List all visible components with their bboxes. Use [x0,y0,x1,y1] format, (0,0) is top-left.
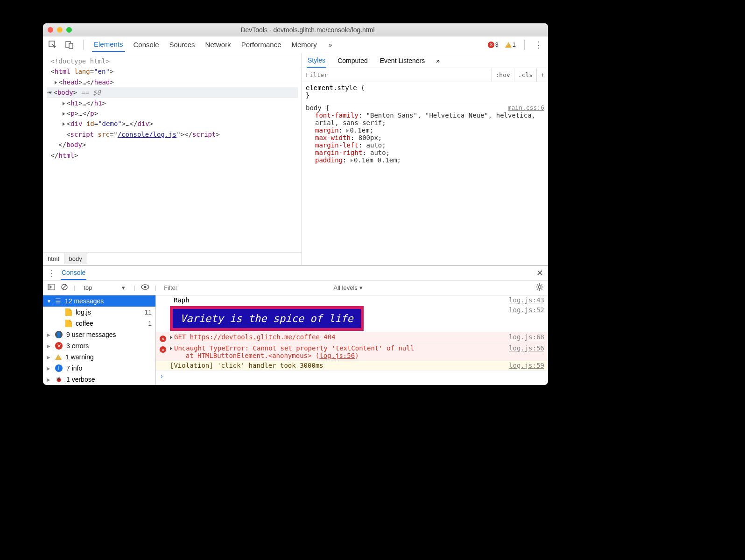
console-settings-icon[interactable] [536,283,543,292]
hov-toggle[interactable]: :hov [492,68,514,82]
svg-rect-4 [48,284,50,290]
tab-event-listeners[interactable]: Event Listeners [379,54,426,67]
svg-rect-2 [69,43,73,49]
sidebar-head-messages[interactable]: ▼ ☰ 12 messages [43,295,155,307]
expand-shorthand-icon[interactable] [351,159,353,162]
console-main: ▼ ☰ 12 messages log.js 11 coffee 1 ▶👤 9 … [43,295,548,385]
main-panes: <!doctype html> <html lang="en"> <head>…… [43,53,548,265]
svg-point-8 [144,286,146,288]
minimize-window-button[interactable] [57,27,63,33]
source-link[interactable]: log.js:59 [504,362,544,369]
sidebar-group-warnings[interactable]: ▶ 1 warning [43,351,155,363]
tab-network[interactable]: Network [204,38,233,51]
cls-toggle[interactable]: .cls [514,68,536,82]
warning-icon [505,42,512,48]
divider [524,40,525,50]
zoom-window-button[interactable] [66,27,72,33]
main-toolbar: Elements Console Sources Network Perform… [43,36,548,53]
clear-console-icon[interactable] [61,283,68,292]
tab-sources[interactable]: Sources [168,38,197,51]
source-file-link[interactable]: main.css:6 [508,104,544,111]
expand-icon[interactable] [170,336,172,339]
script-src-link[interactable]: /console/log.js [118,131,176,138]
sidebar-group-info[interactable]: ▶i 7 info [43,363,155,374]
element-style-close: } [306,91,544,99]
sidebar-group-errors[interactable]: ▶✕ 3 errors [43,340,155,351]
expand-icon[interactable] [55,81,57,84]
drawer-header: ⋮ Console ✕ [43,266,548,280]
selected-element[interactable]: ⋯<body> == $0 [47,87,298,98]
styles-filter-row: :hov .cls + [302,68,548,82]
user-icon: 👤 [55,331,63,338]
source-link[interactable]: log.js:56 [504,344,544,352]
device-toggle-icon[interactable] [64,40,75,50]
drawer-tab-console[interactable]: Console [61,266,86,280]
tab-computed[interactable]: Computed [337,54,369,67]
expand-shorthand-icon[interactable] [346,129,349,133]
file-icon [65,320,72,327]
svg-line-16 [537,289,538,290]
new-rule-button[interactable]: + [536,68,548,82]
error-badge[interactable]: ✕ 3 [488,41,499,48]
tab-performance[interactable]: Performance [239,38,283,51]
file-icon [65,308,72,316]
error-icon: ✕ [160,336,166,342]
url-link[interactable]: https://devtools.glitch.me/coffee [190,333,320,341]
tab-elements[interactable]: Elements [92,37,125,52]
styles-rules[interactable]: element.style { } main.css:6 body { font… [302,82,548,265]
error-icon: ✕ [160,346,166,353]
more-tabs-icon[interactable]: » [325,40,336,50]
error-count: 3 [495,41,499,48]
tab-styles[interactable]: Styles [307,54,326,68]
log-row: Raph log.js:43 [156,295,548,305]
dom-tree[interactable]: <!doctype html> <html lang="en"> <head>…… [43,53,302,252]
sidebar-toggle-icon[interactable] [48,283,55,292]
close-drawer-icon[interactable]: ✕ [536,268,543,278]
warning-badge[interactable]: 1 [505,41,516,48]
source-link[interactable]: log.js:56 [319,352,355,359]
sidebar-file-item[interactable]: coffee 1 [43,318,155,329]
source-link[interactable]: log.js:68 [504,333,544,341]
console-drawer: ⋮ Console ✕ | top▾ | | All levels ▾ ▼ ☰ … [43,265,548,385]
log-row-styled: Variety is the spice of life log.js:52 [156,305,548,332]
collapse-icon[interactable] [49,92,52,94]
sidebar-group-verbose[interactable]: ▶🐞 1 verbose [43,374,155,385]
tab-memory[interactable]: Memory [290,38,319,51]
svg-line-6 [63,285,66,289]
live-expression-icon[interactable] [141,284,149,291]
sidebar-file-item[interactable]: log.js 11 [43,307,155,318]
styles-filter-input[interactable] [302,70,492,80]
expand-icon[interactable] [63,102,65,105]
crumb-html[interactable]: html [43,253,64,264]
source-link[interactable]: log.js:43 [504,296,544,304]
svg-line-15 [541,289,542,290]
list-icon: ☰ [55,297,61,305]
window-title: DevTools - devtools.glitch.me/console/lo… [72,26,543,34]
info-icon: i [55,364,63,372]
warning-icon [55,354,62,360]
log-row-error: ✕ Uncaught TypeError: Cannot set propert… [156,343,548,361]
console-filter-input[interactable] [162,282,325,293]
svg-point-9 [538,286,541,288]
more-subtabs-icon[interactable]: » [436,57,440,64]
expand-icon[interactable] [170,347,172,350]
crumb-body[interactable]: body [64,253,87,264]
console-log-area[interactable]: Raph log.js:43 Variety is the spice of l… [156,295,548,385]
console-sidebar: ▼ ☰ 12 messages log.js 11 coffee 1 ▶👤 9 … [43,295,156,385]
levels-selector[interactable]: All levels ▾ [330,283,365,292]
doctype: <!doctype html> [50,57,109,65]
console-prompt[interactable]: › [156,371,548,382]
sidebar-group-user[interactable]: ▶👤 9 user messages [43,329,155,340]
settings-menu-icon[interactable]: ⋮ [533,40,543,50]
context-selector[interactable]: top▾ [81,283,128,292]
inspect-icon[interactable] [48,40,58,50]
titlebar: DevTools - devtools.glitch.me/console/lo… [43,23,548,36]
close-window-button[interactable] [48,27,53,33]
divider [83,40,84,50]
element-style-open: element.style { [306,84,544,91]
expand-icon[interactable] [63,122,65,126]
expand-icon[interactable] [63,112,65,116]
drawer-menu-icon[interactable]: ⋮ [48,268,55,278]
tab-console[interactable]: Console [132,38,161,51]
source-link[interactable]: log.js:52 [504,306,544,314]
